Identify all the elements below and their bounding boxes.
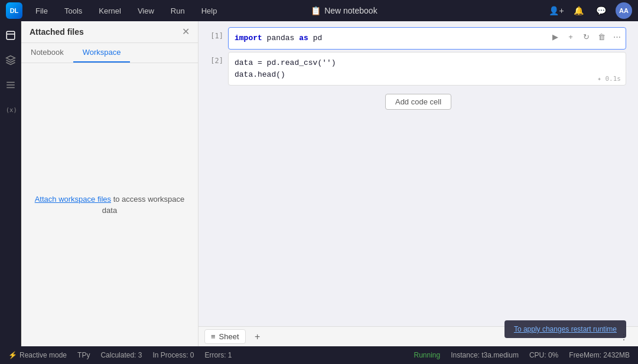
- menu-tools[interactable]: Tools: [61, 4, 86, 18]
- top-bar-right: 👤+ 🔔 💬 AA: [548, 2, 632, 19]
- instance-label: Instance: t3a.medium: [451, 351, 519, 359]
- add-cell-above-button[interactable]: +: [564, 30, 577, 43]
- cell-box-2[interactable]: data = pd.read_csv('') data.head() ✦ 0.1…: [228, 52, 626, 86]
- lang-item: TPy: [77, 351, 90, 359]
- top-bar: DL File Tools Kernel View Run Help 📋 New…: [0, 0, 638, 21]
- running-badge: Running: [414, 351, 441, 359]
- panel-title: Attached files: [30, 27, 84, 37]
- menu-view[interactable]: View: [134, 4, 158, 18]
- add-sheet-button[interactable]: +: [250, 330, 265, 344]
- cell-number-2: [2]: [210, 52, 228, 65]
- app-logo[interactable]: DL: [6, 2, 22, 19]
- status-bar: ⚡ Reactive mode TPy Calculated: 3 In Pro…: [0, 346, 638, 364]
- svg-text:(x): (x): [5, 106, 15, 113]
- notebook-title-icon: 📋: [311, 6, 321, 15]
- panel-close-button[interactable]: ✕: [182, 27, 190, 37]
- menu-file[interactable]: File: [32, 4, 51, 18]
- in-process-item: In Process: 0: [152, 351, 194, 359]
- more-options-button-1[interactable]: ⋯: [610, 30, 623, 43]
- apply-changes-toast: To apply changes restart runtime: [504, 320, 626, 338]
- in-process-label: In Process: 0: [152, 351, 194, 359]
- svg-marker-2: [6, 56, 15, 61]
- attach-workspace-link[interactable]: Attach workspace files: [35, 195, 111, 204]
- freemem-label: FreeMem: 2432MB: [569, 351, 630, 359]
- errors-item: Errors: 1: [204, 351, 232, 359]
- add-code-cell-button[interactable]: Add code cell: [385, 94, 451, 110]
- notebook-area: [1] ▶ + ↻ 🗑 ⋯ import pandas as pd [: [198, 21, 638, 326]
- reactive-mode-item: ⚡ Reactive mode: [8, 351, 67, 359]
- calculated-item: Calculated: 3: [100, 351, 142, 359]
- status-right: Running Instance: t3a.medium CPU: 0% Fre…: [414, 351, 630, 359]
- toast-link[interactable]: restart runtime: [571, 325, 617, 333]
- cell-time-2: ✦ 0.1s: [597, 75, 621, 83]
- cpu-label: CPU: 0%: [529, 351, 558, 359]
- menu-help[interactable]: Help: [198, 4, 221, 18]
- sidebar-files-icon[interactable]: [2, 27, 19, 44]
- cell-wrapper-1: [1] ▶ + ↻ 🗑 ⋯ import pandas as pd: [210, 27, 626, 50]
- menu-kernel[interactable]: Kernel: [95, 4, 125, 18]
- sheet-tab-name: Sheet: [219, 332, 239, 341]
- refresh-cell-button[interactable]: ↻: [580, 30, 593, 43]
- sidebar-variables-icon[interactable]: (x): [2, 101, 19, 118]
- panel-content: Attach workspace files to access workspa…: [21, 63, 198, 346]
- menu-run[interactable]: Run: [167, 4, 188, 18]
- attach-message: Attach workspace files to access workspa…: [33, 194, 186, 217]
- toast-prefix: To apply changes: [514, 325, 571, 333]
- panel-tabs: Notebook Workspace: [21, 43, 198, 63]
- notebook-title: 📋 New notebook: [311, 6, 377, 15]
- add-user-button[interactable]: 👤+: [548, 2, 565, 19]
- errors-label: Errors: 1: [204, 351, 232, 359]
- tab-workspace[interactable]: Workspace: [73, 43, 131, 63]
- sidebar-icons: (x): [0, 21, 21, 346]
- lang-label: TPy: [77, 351, 90, 359]
- main-layout: (x) Attached files ✕ Notebook Workspace …: [0, 21, 638, 346]
- panel-header: Attached files ✕: [21, 21, 198, 43]
- sidebar-list-icon[interactable]: [2, 77, 19, 93]
- notebook-title-text: New notebook: [324, 6, 377, 15]
- cell-box-1[interactable]: ▶ + ↻ 🗑 ⋯ import pandas as pd: [228, 27, 626, 50]
- cell-code-2[interactable]: data = pd.read_csv('') data.head(): [229, 53, 626, 85]
- cell-toolbar-1: ▶ + ↻ 🗑 ⋯: [549, 30, 623, 43]
- svg-rect-0: [6, 31, 15, 40]
- chat-button[interactable]: 💬: [593, 2, 610, 19]
- cell-number-1: [1]: [210, 27, 228, 40]
- reactive-icon: ⚡: [8, 351, 17, 359]
- sidebar-layers-icon[interactable]: [2, 52, 19, 68]
- reactive-label: Reactive mode: [19, 351, 67, 359]
- cell-wrapper-2: [2] data = pd.read_csv('') data.head() ✦…: [210, 52, 626, 86]
- run-cell-button-1[interactable]: ▶: [549, 30, 562, 43]
- main-content: [1] ▶ + ↻ 🗑 ⋯ import pandas as pd [: [198, 21, 638, 346]
- sheet-tab[interactable]: ≡ Sheet: [204, 329, 246, 344]
- add-cell-area: Add code cell: [210, 88, 626, 116]
- delete-cell-button[interactable]: 🗑: [595, 30, 608, 43]
- calculated-label: Calculated: 3: [100, 351, 142, 359]
- notifications-button[interactable]: 🔔: [571, 2, 587, 19]
- tab-notebook[interactable]: Notebook: [21, 43, 73, 63]
- sheet-tab-icon: ≡: [211, 332, 216, 341]
- user-avatar[interactable]: AA: [616, 2, 632, 19]
- left-panel: Attached files ✕ Notebook Workspace Atta…: [21, 21, 198, 346]
